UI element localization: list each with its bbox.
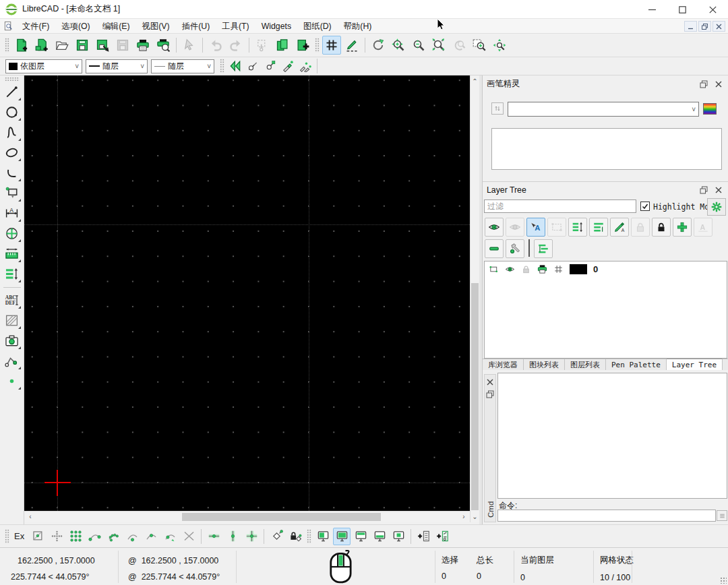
flat-list-view-button[interactable] bbox=[589, 218, 608, 237]
highlight-selected-button[interactable]: A bbox=[526, 218, 545, 237]
menu-工具[interactable]: 工具(T) bbox=[216, 19, 255, 34]
set-relative-zero-button[interactable] bbox=[268, 528, 285, 545]
spline-tool-button[interactable] bbox=[3, 123, 22, 142]
redraw-button[interactable] bbox=[369, 36, 388, 55]
polyline-tool-button[interactable] bbox=[3, 351, 22, 370]
construction-layer-button[interactable] bbox=[547, 218, 566, 237]
toolbar-drag-handle[interactable] bbox=[315, 38, 320, 53]
add-dock-list-button[interactable] bbox=[415, 528, 432, 545]
undo-button[interactable] bbox=[206, 36, 225, 55]
float-panel-icon[interactable] bbox=[485, 389, 495, 400]
apply-pen-to-entity-button[interactable] bbox=[262, 58, 278, 74]
menu-编辑[interactable]: 编辑(E) bbox=[96, 19, 136, 34]
ellipse-tool-button[interactable] bbox=[3, 143, 22, 162]
image-tool-button[interactable] bbox=[3, 331, 22, 350]
circle-tool-button[interactable] bbox=[3, 102, 22, 121]
drawing-canvas[interactable] bbox=[24, 75, 470, 511]
toolbar-drag-handle[interactable] bbox=[307, 529, 311, 544]
menu-图纸[interactable]: 图纸(D) bbox=[297, 19, 338, 34]
layer-tool-button[interactable] bbox=[506, 239, 524, 258]
apply-pen-to-selection-button[interactable] bbox=[297, 58, 313, 74]
view-2-button[interactable] bbox=[333, 528, 351, 545]
snap-center-button[interactable] bbox=[123, 528, 141, 545]
select-pointer-button[interactable] bbox=[180, 36, 199, 55]
text-tool-button[interactable]: ABCDEF bbox=[3, 290, 22, 309]
zoom-pan-button[interactable] bbox=[490, 36, 509, 55]
lock-relative-zero-button[interactable] bbox=[286, 528, 304, 545]
line-type-combo[interactable]: 随层 ˅ bbox=[151, 59, 214, 73]
dimension-tool-button[interactable]: A bbox=[3, 204, 22, 222]
close-panel-icon[interactable] bbox=[485, 377, 495, 388]
save-all-button[interactable] bbox=[113, 36, 132, 55]
open-file-button[interactable] bbox=[53, 36, 71, 55]
float-panel-icon[interactable] bbox=[698, 185, 709, 195]
snap-endpoints-button[interactable] bbox=[86, 528, 103, 545]
paste-button[interactable] bbox=[293, 36, 312, 55]
view-4-button[interactable] bbox=[371, 528, 388, 545]
new-drawing-button[interactable] bbox=[12, 36, 31, 55]
add-layer-button[interactable] bbox=[673, 218, 692, 237]
pick-pen-from-entity-button[interactable] bbox=[245, 58, 261, 74]
cut-button[interactable] bbox=[253, 36, 272, 55]
snap-intersection-button[interactable] bbox=[180, 528, 198, 545]
layer-settings-button[interactable] bbox=[707, 198, 726, 216]
snap-on-entity-button[interactable] bbox=[104, 528, 122, 545]
draft-mode-button[interactable] bbox=[342, 36, 361, 55]
pen-updown-button[interactable] bbox=[491, 102, 504, 115]
grid-hash-icon[interactable] bbox=[553, 264, 564, 274]
menu-插件[interactable]: 插件(U) bbox=[176, 19, 216, 34]
zoom-window-button[interactable] bbox=[470, 36, 489, 55]
dock-tab-图块列表[interactable]: 图块列表 bbox=[524, 359, 565, 370]
dock-tab-库浏览器[interactable]: 库浏览器 bbox=[483, 359, 524, 370]
pen-wizard-list[interactable] bbox=[491, 128, 722, 170]
snap-middle-button[interactable] bbox=[142, 528, 160, 545]
color-picker-button[interactable] bbox=[703, 103, 717, 115]
zoom-previous-button[interactable] bbox=[450, 36, 468, 55]
canvas-vertical-scrollbar[interactable]: ⌃ ⌄ bbox=[470, 75, 479, 522]
close-panel-icon[interactable] bbox=[713, 79, 724, 90]
dock-tab-图层列表[interactable]: 图层列表 bbox=[565, 359, 606, 370]
zoom-in-button[interactable] bbox=[389, 36, 408, 55]
new-from-template-button[interactable] bbox=[32, 36, 51, 55]
layer-name[interactable]: 0 bbox=[593, 264, 598, 274]
canvas-horizontal-scrollbar[interactable]: ‹ › bbox=[24, 511, 470, 522]
line-tool-button[interactable] bbox=[3, 82, 22, 101]
mdi-close-button[interactable] bbox=[712, 21, 725, 32]
remove-layer-button[interactable] bbox=[485, 239, 504, 258]
select-entity-tool-button[interactable] bbox=[3, 183, 22, 202]
scroll-up-icon[interactable]: ⌃ bbox=[471, 77, 479, 86]
exclusive-snap-label[interactable]: Ex bbox=[14, 531, 24, 541]
redo-button[interactable] bbox=[226, 36, 245, 55]
snap-grid-button[interactable] bbox=[48, 528, 65, 545]
pen-wizard-combo[interactable]: ˅ bbox=[508, 102, 699, 117]
back-button[interactable] bbox=[227, 58, 243, 74]
tree-view-button[interactable] bbox=[534, 239, 553, 258]
print-button[interactable] bbox=[133, 36, 152, 55]
command-options-button[interactable] bbox=[717, 510, 727, 521]
snap-free-button[interactable] bbox=[29, 528, 47, 545]
lock-all-button[interactable] bbox=[652, 218, 671, 237]
show-all-layers-button[interactable] bbox=[485, 218, 504, 237]
scroll-down-icon[interactable]: ⌄ bbox=[471, 512, 479, 522]
print-preview-button[interactable] bbox=[154, 36, 173, 55]
restrict-horizontal-button[interactable] bbox=[205, 528, 222, 545]
menu-选项[interactable]: 选项(O) bbox=[55, 19, 96, 34]
layer-color-swatch[interactable] bbox=[570, 264, 587, 274]
visibility-icon[interactable] bbox=[505, 264, 515, 274]
order-tool-button[interactable] bbox=[3, 264, 22, 283]
print-icon[interactable] bbox=[537, 264, 547, 274]
zoom-out-button[interactable] bbox=[409, 36, 428, 55]
mdi-restore-button[interactable] bbox=[698, 21, 711, 32]
mdi-minimize-button[interactable] bbox=[684, 21, 697, 32]
sort-layers-button[interactable] bbox=[568, 218, 587, 237]
toolbar-drag-handle[interactable] bbox=[5, 38, 9, 53]
unlock-all-button[interactable] bbox=[631, 218, 650, 237]
measure-tool-button[interactable] bbox=[3, 244, 22, 263]
add-dock-palette-button[interactable] bbox=[433, 528, 451, 545]
scroll-left-icon[interactable]: ‹ bbox=[26, 512, 34, 522]
modify-tool-button[interactable] bbox=[3, 224, 22, 243]
edit-layer-pen-button[interactable]: A bbox=[610, 218, 629, 237]
layer-row[interactable]: 0 bbox=[485, 261, 727, 276]
dock-tab-layer-tree[interactable]: Layer Tree bbox=[667, 359, 723, 370]
snap-distance-button[interactable] bbox=[161, 528, 179, 545]
